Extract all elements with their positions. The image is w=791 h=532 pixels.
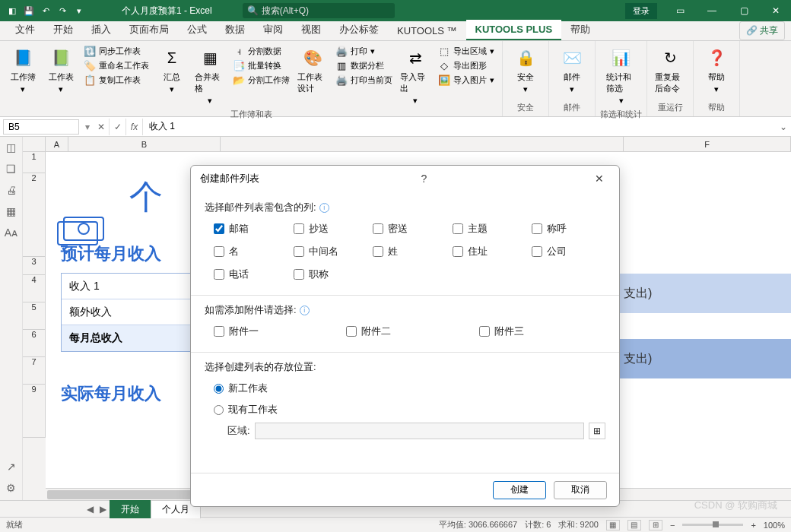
cb-salutation[interactable]: 称呼	[532, 222, 605, 236]
cb-fname[interactable]: 名	[214, 245, 287, 258]
import-export-button[interactable]: ⇄导入导出▾	[397, 44, 434, 107]
worksheet-button[interactable]: 📗工作表▾	[43, 44, 79, 96]
tab-file[interactable]: 文件	[6, 19, 44, 40]
rail-gear-icon[interactable]: ⚙	[5, 482, 17, 494]
print-current-button[interactable]: 🖨️打印当前页	[332, 73, 396, 87]
cb-lname[interactable]: 姓	[373, 245, 446, 258]
table-row[interactable]: 收入 1	[62, 274, 197, 299]
table-row[interactable]: 每月总收入	[62, 325, 197, 351]
redo-icon[interactable]: ↷	[56, 5, 68, 17]
split-data-button[interactable]: ⫞分割数据	[230, 44, 293, 58]
tab-layout[interactable]: 页面布局	[120, 19, 178, 40]
tab-home[interactable]: 开始	[44, 19, 82, 40]
summary-button[interactable]: Σ汇总▾	[154, 44, 190, 96]
tab-kutools[interactable]: KUTOOLS ™	[388, 21, 466, 40]
sheet-design-button[interactable]: 🎨工作表设计	[294, 44, 331, 96]
table-row[interactable]: 额外收入	[62, 299, 197, 325]
cb-phone[interactable]: 电话	[214, 268, 287, 281]
sheet-nav-prev-icon[interactable]: ◀	[84, 504, 97, 515]
split-workbook-button[interactable]: 📂分割工作簿	[230, 73, 293, 87]
cb-cc[interactable]: 抄送	[294, 222, 367, 236]
data-columns-button[interactable]: ▥数据分栏	[332, 59, 396, 72]
view-normal-icon[interactable]: ▦	[606, 520, 620, 530]
help-button[interactable]: ❓帮助▾	[698, 44, 735, 96]
undo-icon[interactable]: ↶	[40, 5, 52, 17]
cb-subject[interactable]: 主题	[453, 222, 526, 236]
cb-address[interactable]: 住址	[453, 245, 526, 258]
cancel-button[interactable]: 取消	[554, 481, 607, 499]
create-button[interactable]: 创建	[493, 481, 546, 499]
batch-convert-button[interactable]: 📑批量转换	[230, 59, 293, 72]
formula-input[interactable]: 收入 1	[143, 119, 776, 135]
select-all-cell[interactable]	[23, 137, 46, 152]
mail-button[interactable]: ✉️邮件▾	[554, 44, 590, 96]
cb-mname[interactable]: 中间名	[294, 245, 367, 258]
col-header-A[interactable]: A	[46, 137, 68, 152]
sheet-nav-next-icon[interactable]: ▶	[97, 504, 110, 515]
rail-open-icon[interactable]: ↗	[5, 461, 17, 473]
cb-att2[interactable]: 附件二	[346, 325, 472, 338]
rail-icon-3[interactable]: 🖨	[5, 184, 17, 196]
sheet-tab-active[interactable]: 开始	[110, 500, 151, 518]
zoom-slider[interactable]	[682, 524, 743, 526]
autosave-icon[interactable]: ◧	[6, 5, 18, 17]
dialog-close-icon[interactable]: ✕	[589, 173, 610, 185]
dialog-help-icon[interactable]: ?	[414, 173, 435, 185]
rail-icon-5[interactable]: Aᴀ	[5, 226, 17, 239]
col-header-gap[interactable]	[221, 137, 624, 152]
info-icon[interactable]: i	[300, 306, 310, 315]
sync-sheet-button[interactable]: 🔃同步工作表	[81, 44, 152, 58]
tab-office[interactable]: 办公标签	[330, 19, 388, 40]
enter-formula-icon[interactable]: ✓	[110, 119, 126, 135]
view-layout-icon[interactable]: ▤	[627, 520, 641, 530]
fx-icon[interactable]: fx	[126, 119, 143, 135]
col-header-F[interactable]: F	[624, 137, 791, 152]
expand-formula-icon[interactable]: ⌄	[776, 122, 791, 132]
tab-formula[interactable]: 公式	[178, 19, 216, 40]
login-button[interactable]: 登录	[625, 3, 657, 19]
copy-sheet-button[interactable]: 📋复制工作表	[81, 73, 152, 87]
cb-title[interactable]: 职称	[294, 268, 367, 281]
range-picker-icon[interactable]: ⊞	[589, 423, 605, 439]
ribbon-options-icon[interactable]: ▭	[665, 0, 695, 21]
maximize-button[interactable]: ▢	[729, 0, 759, 21]
tab-view[interactable]: 视图	[292, 19, 330, 40]
tab-kutools-plus[interactable]: KUTOOLS PLUS	[466, 20, 562, 40]
rb-new-sheet[interactable]: 新工作表	[214, 382, 605, 395]
name-box[interactable]: B5	[3, 119, 79, 135]
redo-last-button[interactable]: ↻重复最后命令	[652, 44, 688, 96]
tab-insert[interactable]: 插入	[82, 19, 120, 40]
tab-review[interactable]: 审阅	[254, 19, 292, 40]
rb-exist-sheet[interactable]: 现有工作表	[214, 403, 605, 416]
view-break-icon[interactable]: ⊞	[649, 520, 662, 530]
col-header-B[interactable]: B	[68, 137, 221, 152]
cancel-formula-icon[interactable]: ✕	[93, 119, 110, 135]
cb-company[interactable]: 公司	[532, 245, 605, 258]
cb-att1[interactable]: 附件一	[214, 325, 340, 338]
minimize-button[interactable]: ―	[697, 0, 727, 21]
rename-sheet-button[interactable]: 🏷️重命名工作表	[81, 59, 152, 72]
cb-bcc[interactable]: 密送	[373, 222, 446, 236]
info-icon[interactable]: i	[319, 203, 329, 213]
zoom-plus-icon[interactable]: +	[751, 521, 755, 530]
save-icon[interactable]: 💾	[23, 5, 35, 17]
security-button[interactable]: 🔒安全▾	[507, 44, 544, 96]
zoom-value[interactable]: 100%	[764, 521, 785, 530]
export-area-button[interactable]: ⬚导出区域 ▾	[435, 44, 497, 58]
rail-icon-2[interactable]: ❑	[5, 163, 17, 175]
tab-data[interactable]: 数据	[216, 19, 254, 40]
share-button[interactable]: 🔗 共享	[739, 21, 785, 40]
rail-icon-1[interactable]: ◫	[5, 141, 17, 154]
cb-att3[interactable]: 附件三	[479, 325, 605, 338]
cb-email[interactable]: 邮箱	[214, 222, 287, 236]
export-shape-button[interactable]: ◇导出图形	[435, 59, 497, 72]
search-box[interactable]: 🔍 搜索(Alt+Q)	[243, 3, 395, 18]
zoom-minus-icon[interactable]: −	[670, 521, 675, 530]
tab-help[interactable]: 帮助	[561, 19, 599, 40]
rail-icon-4[interactable]: ▦	[5, 205, 17, 217]
close-button[interactable]: ✕	[761, 0, 791, 21]
print-button[interactable]: 🖨️打印 ▾	[332, 44, 396, 58]
merge-table-button[interactable]: ▦合并表格▾	[192, 44, 228, 107]
stats-filter-button[interactable]: 📊统计和筛选▾	[603, 44, 640, 107]
workbook-button[interactable]: 📘工作簿▾	[5, 44, 41, 96]
